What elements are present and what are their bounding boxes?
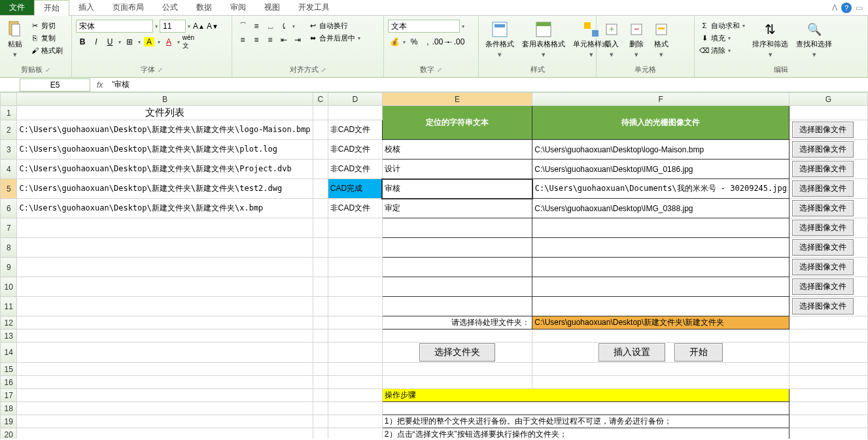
cell[interactable]: 选择图像文件 <box>789 297 867 316</box>
format-cells-button[interactable]: 格式▾ <box>650 20 672 60</box>
cell[interactable] <box>313 179 328 199</box>
row-header[interactable]: 10 <box>1 277 17 297</box>
table-format-button[interactable]: 套用表格格式▾ <box>519 20 568 60</box>
cell[interactable]: 文件列表 <box>17 106 313 120</box>
cell[interactable] <box>328 330 382 343</box>
row-header[interactable]: 19 <box>1 415 17 428</box>
cell[interactable] <box>382 238 532 258</box>
align-middle-icon[interactable]: ≡ <box>250 20 263 33</box>
tab-data[interactable]: 数据 <box>187 0 221 15</box>
insert-settings-button[interactable]: 插入设置 <box>599 343 665 362</box>
cell[interactable] <box>328 218 382 238</box>
cell[interactable] <box>382 297 532 316</box>
cell[interactable]: C:\Users\guohaoxuan\Desktop\新建文件夹\新建文件夹\… <box>17 140 313 160</box>
cell-selected[interactable]: 审核 <box>382 179 532 199</box>
expand-icon[interactable]: ⤢ <box>437 67 442 73</box>
cell[interactable] <box>313 363 328 376</box>
fill-color-button[interactable]: A <box>143 35 156 48</box>
tab-insert[interactable]: 插入 <box>69 0 103 15</box>
currency-icon[interactable]: 💰 <box>388 35 401 48</box>
row-header[interactable]: 8 <box>1 238 17 258</box>
chevron-down-icon[interactable]: ▾ <box>186 24 192 29</box>
cell[interactable]: 选择图像文件 <box>789 258 867 277</box>
cell[interactable] <box>313 428 328 439</box>
find-select-button[interactable]: 🔍查找和选择▾ <box>793 20 835 60</box>
row-header[interactable]: 11 <box>1 297 17 316</box>
cell[interactable] <box>328 258 382 277</box>
cell[interactable]: 审定 <box>382 199 532 218</box>
window-restore-icon[interactable]: ▭ <box>856 3 863 12</box>
col-header-e[interactable]: E <box>382 93 532 106</box>
cell[interactable] <box>313 415 328 428</box>
cell[interactable]: 选择图像文件 <box>789 218 867 238</box>
row-header[interactable]: 5 <box>1 179 17 199</box>
row-header[interactable]: 18 <box>1 402 17 415</box>
chevron-down-icon[interactable]: ▾ <box>154 24 159 29</box>
cell[interactable] <box>313 277 328 297</box>
expand-icon[interactable]: ⤢ <box>158 67 163 73</box>
cell[interactable]: C:\Users\guohaoxuan\Desktop\IMG_0186.jpg <box>532 160 790 179</box>
select-image-button[interactable]: 选择图像文件 <box>792 161 854 177</box>
border-button[interactable]: ⊞ <box>123 35 136 48</box>
cell[interactable]: 请选择待处理文件夹： <box>382 316 532 330</box>
cell[interactable] <box>382 277 532 297</box>
insert-cells-button[interactable]: +插入▾ <box>600 20 623 60</box>
cell[interactable]: C:\Users\guohaoxuan\Desktop\IMG_0388.jpg <box>532 199 790 218</box>
cut-button[interactable]: ✂剪切 <box>29 20 63 31</box>
cell[interactable] <box>313 376 328 389</box>
cell[interactable] <box>17 316 313 330</box>
format-painter-button[interactable]: 🖌格式刷 <box>29 44 63 56</box>
cell[interactable] <box>17 297 313 316</box>
cell[interactable] <box>313 316 328 330</box>
row-header[interactable]: 2 <box>1 120 17 140</box>
cell[interactable]: C:\Users\guohaoxuan\Desktop\新建文件夹\新建文件夹\… <box>17 160 313 179</box>
cell[interactable] <box>17 258 313 277</box>
tab-pagelayout[interactable]: 页面布局 <box>103 0 153 15</box>
cell[interactable] <box>789 363 867 376</box>
cell[interactable]: 选择图像文件 <box>789 277 867 297</box>
cell[interactable] <box>17 343 313 363</box>
cell[interactable] <box>17 238 313 258</box>
cell[interactable] <box>17 376 313 389</box>
clear-button[interactable]: ⌫清除▾ <box>699 44 747 56</box>
cell[interactable]: 操作步骤 <box>382 389 789 402</box>
tab-devtools[interactable]: 开发工具 <box>289 0 339 15</box>
tab-home[interactable]: 开始 <box>34 0 69 16</box>
row-header[interactable]: 13 <box>1 330 17 343</box>
select-image-button[interactable]: 选择图像文件 <box>792 141 854 158</box>
shrink-font-icon[interactable]: A▼ <box>206 20 219 33</box>
name-box[interactable]: E5 <box>20 78 90 92</box>
cell[interactable]: C:\Users\guohaoxuan\Desktop\新建文件夹\新建文件夹\… <box>17 179 313 199</box>
cell[interactable] <box>313 343 328 363</box>
cell[interactable] <box>17 389 313 402</box>
cell[interactable] <box>313 330 328 343</box>
cell[interactable] <box>328 297 382 316</box>
col-header-g[interactable]: G <box>789 93 867 106</box>
cell[interactable]: 校核 <box>382 140 532 160</box>
col-header-c[interactable]: C <box>313 93 328 106</box>
cell[interactable] <box>313 297 328 316</box>
cell[interactable]: 2）点击“选择文件夹”按钮选择要执行操作的文件夹； <box>382 428 789 439</box>
number-format-select[interactable] <box>388 20 460 33</box>
row-header[interactable]: 14 <box>1 343 17 363</box>
grow-font-icon[interactable]: A▲ <box>192 20 205 33</box>
orientation-icon[interactable]: ⤹ <box>277 20 290 33</box>
select-image-button[interactable]: 选择图像文件 <box>792 239 854 256</box>
cell[interactable] <box>789 428 867 439</box>
cell[interactable]: 非CAD文件 <box>328 140 382 160</box>
help-icon[interactable]: ? <box>841 3 852 13</box>
cell[interactable]: 非CAD文件 <box>328 199 382 218</box>
row-header[interactable]: 7 <box>1 218 17 238</box>
font-size-select[interactable] <box>160 20 186 33</box>
cell[interactable]: 选择文件夹 <box>382 343 532 363</box>
row-header[interactable]: 15 <box>1 363 17 376</box>
cell[interactable]: 1）把要处理的整个文件夹进行备份。由于文件处理过程不可逆，请务必进行备份； <box>382 415 789 428</box>
cell[interactable] <box>328 415 382 428</box>
cell[interactable] <box>382 258 532 277</box>
select-image-button[interactable]: 选择图像文件 <box>792 298 854 314</box>
select-image-button[interactable]: 选择图像文件 <box>792 180 854 197</box>
cell[interactable] <box>313 238 328 258</box>
cell[interactable] <box>313 120 328 140</box>
cell[interactable] <box>532 218 790 238</box>
cell[interactable] <box>382 330 532 343</box>
